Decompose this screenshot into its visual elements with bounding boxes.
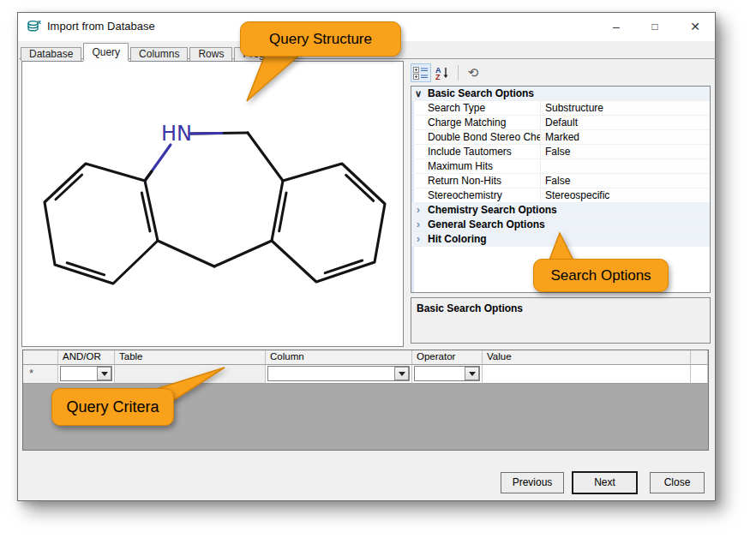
property-value[interactable]: Stereospecific xyxy=(541,188,710,202)
window-title: Import from Database xyxy=(47,20,155,33)
criteria-cell-operator[interactable] xyxy=(412,365,483,384)
previous-button[interactable]: Previous xyxy=(501,472,564,493)
property-name: Return Non-Hits xyxy=(411,174,541,188)
tab-rows[interactable]: Rows xyxy=(189,47,232,61)
minimize-button[interactable]: – xyxy=(603,15,630,39)
chevron-right-icon[interactable]: › xyxy=(411,232,425,246)
criteria-cell-andor[interactable] xyxy=(58,365,115,384)
category-label: General Search Options xyxy=(425,218,545,231)
property-row-search-type[interactable]: Search TypeSubstructure xyxy=(411,101,710,116)
database-app-icon: x xyxy=(27,19,42,34)
maximize-button[interactable]: □ xyxy=(641,15,669,39)
property-value[interactable] xyxy=(541,159,710,173)
next-button[interactable]: Next xyxy=(572,471,638,494)
criteria-cell-extra[interactable] xyxy=(691,365,708,384)
property-value[interactable]: Substructure xyxy=(541,101,710,115)
criteria-header-table: Table xyxy=(115,350,266,365)
property-row-charge-matching[interactable]: Charge MatchingDefault xyxy=(411,116,710,130)
property-value[interactable]: Default xyxy=(541,116,710,129)
close-button[interactable]: Close xyxy=(650,472,705,493)
new-row-marker: * xyxy=(23,365,57,382)
property-name: Double Bond Stereo Check xyxy=(411,130,541,144)
screenshot-stage: x Import from Database – □ ✕ DatabaseQue… xyxy=(0,0,756,544)
nh-atom-label: HN xyxy=(161,122,192,146)
dropdown-arrow-icon[interactable] xyxy=(97,367,111,380)
category-label: Hit Coloring xyxy=(425,232,487,246)
bond xyxy=(145,171,152,181)
property-description-panel: Basic Search Options xyxy=(411,297,711,344)
bond xyxy=(190,134,222,135)
bond xyxy=(214,241,272,266)
criteria-cell-operator-combobox[interactable] xyxy=(414,366,480,381)
property-name: Search Type xyxy=(411,101,541,115)
toolbar-separator xyxy=(458,65,459,81)
benzene-ring xyxy=(45,164,158,284)
bond xyxy=(248,133,283,181)
callout-query-structure: Query Structure xyxy=(240,21,401,57)
property-name: Include Tautomers xyxy=(411,145,541,158)
property-category-basic-search-options[interactable]: ∨Basic Search Options xyxy=(411,87,710,101)
property-name: Maximum Hits xyxy=(411,159,541,173)
svg-text:Z: Z xyxy=(435,73,441,81)
benzene-ring xyxy=(272,164,385,282)
reset-icon[interactable]: ⟲ xyxy=(463,63,483,82)
category-label: Basic Search Options xyxy=(425,87,534,100)
criteria-header-blank xyxy=(691,350,708,365)
query-structure-canvas[interactable]: HN xyxy=(21,61,404,347)
criteria-header-column: Column xyxy=(266,350,412,365)
chevron-right-icon[interactable]: › xyxy=(411,218,425,231)
criteria-cell-andor-combobox[interactable] xyxy=(60,366,112,381)
bond xyxy=(67,263,105,275)
property-grid-toolbar: A Z ⟲ xyxy=(411,62,711,84)
callout-query-criteria: Query Critera xyxy=(51,388,174,426)
property-row-return-non-hits[interactable]: Return Non-HitsFalse xyxy=(411,174,710,188)
property-description-title: Basic Search Options xyxy=(411,298,710,314)
criteria-cell-value[interactable] xyxy=(483,365,691,384)
property-value[interactable]: False xyxy=(541,145,710,158)
criteria-row-header: * xyxy=(23,365,58,384)
property-row-maximum-hits[interactable]: Maximum Hits xyxy=(411,159,710,174)
dropdown-arrow-icon[interactable] xyxy=(394,367,409,380)
close-window-button[interactable]: ✕ xyxy=(681,15,709,39)
bond xyxy=(325,260,363,273)
property-row-double-bond-stereo-check[interactable]: Double Bond Stereo CheckMarked xyxy=(411,130,710,145)
dropdown-arrow-icon[interactable] xyxy=(465,367,479,380)
criteria-cell-column-combobox[interactable] xyxy=(267,366,410,381)
property-row-include-tautomers[interactable]: Include TautomersFalse xyxy=(411,145,710,159)
category-label: Chemistry Search Options xyxy=(425,203,557,217)
chevron-down-icon[interactable]: ∨ xyxy=(411,87,425,100)
property-category-hit-coloring[interactable]: ›Hit Coloring xyxy=(411,232,710,247)
tab-columns[interactable]: Columns xyxy=(130,47,188,61)
alphabetical-sort-icon[interactable]: A Z xyxy=(432,63,453,82)
criteria-cell-column[interactable] xyxy=(266,365,412,384)
criteria-header-value: Value xyxy=(483,350,691,365)
criteria-cell-table[interactable] xyxy=(115,365,266,384)
property-value[interactable]: False xyxy=(541,174,710,188)
property-row-stereochemistry[interactable]: StereochemistryStereospecific xyxy=(411,188,710,203)
chevron-right-icon[interactable]: › xyxy=(411,203,425,217)
tab-database[interactable]: Database xyxy=(21,47,81,61)
property-name: Charge Matching xyxy=(411,116,541,129)
bond xyxy=(158,241,214,266)
criteria-header-and-or: AND/OR xyxy=(58,350,115,365)
property-value[interactable]: Marked xyxy=(541,130,710,144)
criteria-header-blank xyxy=(23,350,58,365)
categorized-view-icon[interactable] xyxy=(411,63,431,82)
svg-text:x: x xyxy=(38,19,42,26)
molecule-drawing: HN xyxy=(22,62,403,346)
tab-query[interactable]: Query xyxy=(83,43,129,61)
import-from-database-dialog: x Import from Database – □ ✕ DatabaseQue… xyxy=(17,12,716,501)
criteria-header-operator: Operator xyxy=(412,350,483,365)
callout-search-options: Search Options xyxy=(533,259,669,292)
property-category-chemistry-search-options[interactable]: ›Chemistry Search Options xyxy=(411,203,710,218)
property-category-general-search-options[interactable]: ›General Search Options xyxy=(411,218,710,232)
property-name: Stereochemistry xyxy=(411,188,541,202)
